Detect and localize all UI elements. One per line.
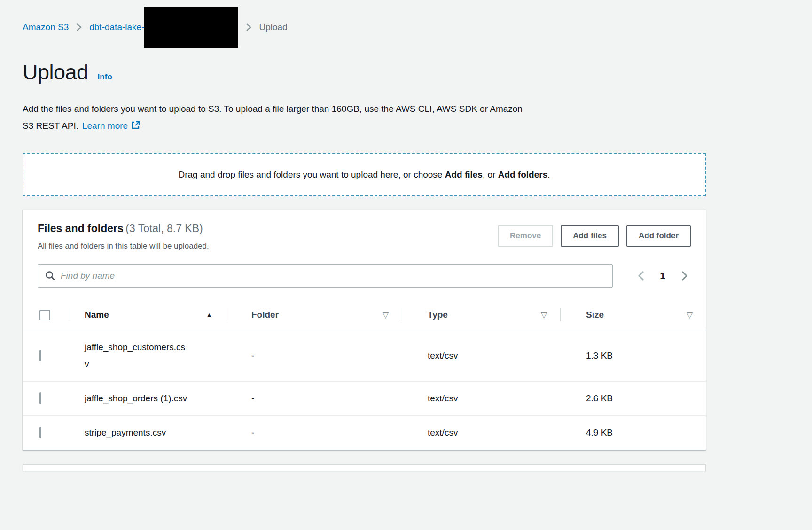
dropzone-suffix: .	[547, 170, 550, 179]
type-cell: text/csv	[402, 419, 560, 446]
breadcrumb: Amazon S3 dbt-data-lake- Upload	[23, 7, 706, 48]
external-link-icon	[131, 118, 140, 135]
files-table: Name ▲ Folder ▽ Type ▽ Size ▽	[23, 300, 706, 450]
row-select-cell	[23, 342, 70, 369]
learn-more-label: Learn more	[82, 121, 128, 131]
breadcrumb-amazon-s3[interactable]: Amazon S3	[23, 22, 69, 32]
dropzone-prefix: Drag and drop files and folders you want…	[178, 170, 445, 179]
card-title: Files and folders	[38, 222, 124, 234]
type-cell: text/csv	[402, 342, 560, 369]
remove-button[interactable]: Remove	[498, 225, 553, 247]
drag-drop-zone[interactable]: Drag and drop files and folders you want…	[23, 153, 706, 196]
chevron-right-icon	[76, 23, 82, 32]
column-header-size[interactable]: Size ▽	[560, 300, 706, 330]
table-row: jaffle_shop_customers.csv - text/csv 1.3…	[23, 330, 706, 382]
pagination-current-page[interactable]: 1	[660, 270, 665, 281]
table-row: stripe_payments.csv - text/csv 4.9 KB	[23, 416, 706, 450]
row-checkbox[interactable]	[39, 427, 41, 438]
card-count-text: (3 Total, 8.7 KB)	[125, 222, 203, 234]
row-checkbox[interactable]	[39, 392, 41, 404]
info-link[interactable]: Info	[98, 72, 112, 82]
file-name-cell: stripe_payments.csv	[70, 416, 201, 450]
redacted-bucket-name	[144, 7, 238, 48]
dropzone-add-files-label: Add files	[445, 170, 483, 179]
card-subtitle: All files and folders in this table will…	[38, 242, 498, 251]
row-select-cell	[23, 385, 70, 412]
column-header-name[interactable]: Name ▲	[70, 300, 226, 330]
card-count-summary: (3 Total, 8.7 KB)	[125, 222, 203, 234]
column-label-folder: Folder	[251, 310, 279, 320]
folder-cell: -	[226, 342, 402, 369]
row-checkbox[interactable]	[39, 350, 41, 361]
file-name-cell: jaffle_shop_customers.csv	[70, 330, 201, 381]
search-icon	[45, 270, 56, 281]
search-box	[38, 264, 613, 288]
card-header: Files and folders (3 Total, 8.7 KB) All …	[38, 222, 691, 251]
add-files-button[interactable]: Add files	[561, 225, 619, 247]
pagination-prev-button[interactable]	[634, 267, 648, 285]
type-cell: text/csv	[402, 385, 560, 412]
column-label-size: Size	[586, 310, 604, 320]
card-title-block: Files and folders (3 Total, 8.7 KB) All …	[38, 222, 498, 251]
size-cell: 4.9 KB	[560, 419, 706, 446]
sort-icon: ▽	[687, 310, 693, 320]
description-line1: Add the files and folders you want to up…	[23, 101, 706, 117]
page-content: Amazon S3 dbt-data-lake- Upload Upload I…	[23, 7, 706, 471]
chevron-right-icon	[246, 23, 251, 32]
dropzone-add-folders-label: Add folders	[498, 170, 548, 179]
size-cell: 2.6 KB	[560, 385, 706, 412]
page-description: Add the files and folders you want to up…	[23, 101, 706, 135]
select-all-checkbox[interactable]	[39, 310, 50, 320]
column-header-type[interactable]: Type ▽	[402, 300, 560, 330]
find-by-name-input[interactable]	[61, 271, 606, 281]
chevron-right-icon	[680, 270, 688, 282]
description-line2-text: S3 REST API.	[23, 121, 78, 131]
row-select-cell	[23, 419, 70, 446]
breadcrumb-current-upload: Upload	[259, 22, 287, 32]
folder-cell: -	[226, 385, 402, 412]
sort-icon: ▽	[541, 310, 547, 320]
page-title-row: Upload Info	[23, 60, 706, 85]
table-row: jaffle_shop_orders (1).csv - text/csv 2.…	[23, 382, 706, 416]
pagination-next-button[interactable]	[678, 267, 691, 285]
card-actions: Remove Add files Add folder	[498, 225, 691, 247]
chevron-left-icon	[637, 270, 645, 282]
add-folder-button[interactable]: Add folder	[626, 225, 691, 247]
learn-more-link[interactable]: Learn more	[82, 121, 140, 131]
sort-ascending-icon: ▲	[206, 311, 212, 319]
column-header-folder[interactable]: Folder ▽	[226, 300, 402, 330]
description-line2: S3 REST API.Learn more	[23, 117, 706, 135]
next-panel-top-edge	[23, 464, 706, 471]
files-and-folders-card: Files and folders (3 Total, 8.7 KB) All …	[23, 210, 706, 450]
column-label-name: Name	[85, 310, 109, 320]
dropzone-mid: , or	[483, 170, 498, 179]
pagination: 1	[634, 267, 691, 285]
table-header-row: Name ▲ Folder ▽ Type ▽ Size ▽	[23, 300, 706, 330]
table-body: jaffle_shop_customers.csv - text/csv 1.3…	[23, 330, 706, 450]
column-label-type: Type	[428, 310, 448, 320]
search-row: 1	[38, 264, 691, 288]
breadcrumb-bucket-link[interactable]: dbt-data-lake-	[89, 22, 144, 32]
file-name-cell: jaffle_shop_orders (1).csv	[70, 382, 201, 415]
dropzone-text: Drag and drop files and folders you want…	[178, 170, 550, 180]
size-cell: 1.3 KB	[560, 342, 706, 369]
select-all-cell	[23, 300, 70, 330]
folder-cell: -	[226, 419, 402, 446]
sort-icon: ▽	[383, 310, 389, 320]
page-title: Upload	[23, 60, 88, 85]
